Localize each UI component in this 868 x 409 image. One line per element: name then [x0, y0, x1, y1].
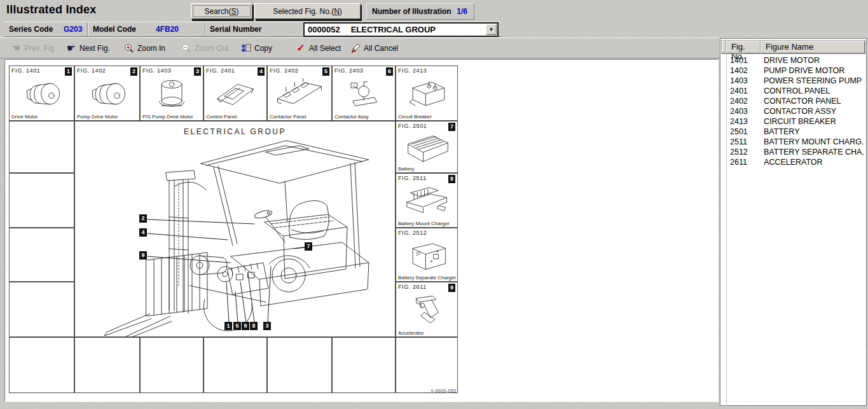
figure-thumbnail-2511[interactable]: FIG. 25118Battery Mount Charger: [396, 173, 458, 228]
search-button-label: Search(: [204, 7, 231, 16]
figure-label: FIG. 2501: [398, 123, 427, 129]
figure-thumbnail-2403[interactable]: FIG. 24036Contactor Assy: [332, 66, 396, 121]
figure-caption: P/S Pump Drive Motor: [142, 114, 193, 120]
figure-thumbnail-2413[interactable]: FIG. 2413Circuit Breaker: [396, 66, 458, 121]
toolbar: ☚Prev. Fig☛Next Fig.Zoom InZoom OutCopy✓…: [0, 38, 720, 59]
group-code: 0000052: [308, 25, 340, 34]
series-code-value: G203: [64, 25, 82, 34]
figure-thumbnail-drawing: [268, 75, 331, 113]
figure-thumbnail-drawing: [333, 75, 395, 113]
divider: [87, 22, 88, 36]
callout-badge: 9: [139, 251, 147, 260]
empty-grid-cell: [267, 337, 332, 393]
illustration-count-value: 1/6: [457, 7, 467, 16]
figure-table-row-2511[interactable]: 2511BATTERY MOUNT CHARG...: [727, 137, 865, 147]
callout-badge: 7: [305, 242, 312, 251]
toolbar-button-next-fig[interactable]: ☛Next Fig.: [65, 42, 110, 55]
figure-caption: Contactor Panel: [270, 114, 306, 120]
figure-name-cell: ACCELERATOR: [764, 158, 865, 167]
figure-thumbnail-2401[interactable]: FIG. 24014Control Panel: [203, 66, 267, 121]
toolbar-button-label: Zoom Out: [195, 44, 228, 53]
figure-table-row-2611[interactable]: 2611ACCELERATOR: [727, 157, 865, 167]
figure-thumbnail-drawing: [10, 75, 74, 113]
figure-label: FIG. 1402: [77, 67, 106, 74]
toolbar-button-all-cancel[interactable]: All Cancel: [350, 42, 398, 55]
illustration-count-box: Number of Illustration 1/6: [366, 3, 474, 20]
figure-name-cell: CONTROL PANEL: [764, 87, 865, 95]
check-icon: ✓: [296, 43, 305, 53]
toolbar-button-all-select[interactable]: ✓All Select: [295, 42, 341, 55]
figure-table-row-1402[interactable]: 1402PUMP DRIVE MOTOR: [727, 66, 865, 76]
serial-number-label: Serial Number: [210, 25, 261, 34]
figure-thumbnail-1401[interactable]: FIG. 14011Drive Motor: [9, 66, 74, 121]
illustration-count-label: Number of Illustration: [372, 7, 451, 16]
group-name: ELECTRICAL GROUP: [351, 25, 436, 34]
model-code-value: 4FB20: [156, 25, 179, 34]
chevron-down-icon[interactable]: ▼: [486, 24, 497, 35]
figure-name-cell: CONTACTOR PANEL: [764, 97, 865, 106]
toolbar-button-prev-fig[interactable]: ☚Prev. Fig: [10, 42, 54, 55]
figure-caption: Battery Separate Charger: [398, 275, 456, 281]
figure-table-row-1401[interactable]: 1401DRIVE MOTOR: [727, 55, 865, 66]
toolbar-button-label: Prev. Fig: [24, 44, 54, 53]
fig-no-cell: 2402: [727, 97, 764, 106]
illustration-group-select[interactable]: 0000052 ELECTRICAL GROUP ▼: [303, 22, 499, 37]
toolbar-button-label: All Select: [309, 44, 341, 53]
figure-name-cell: BATTERY SEPARATE CHA...: [764, 148, 865, 156]
search-button[interactable]: Search(S): [191, 3, 252, 19]
hand-left-icon: ☚: [11, 43, 20, 53]
figure-label: FIG. 2402: [270, 67, 298, 74]
figure-label: FIG. 2512: [398, 230, 427, 236]
callout-badge: 1: [224, 322, 232, 330]
figure-thumbnail-2402[interactable]: FIG. 24025Contactor Panel: [267, 66, 332, 121]
figure-thumbnail-1402[interactable]: FIG. 14022Pump Drive Motor: [74, 66, 140, 121]
selected-fig-no-button[interactable]: Selected Fig. No.(N): [254, 3, 361, 19]
figure-table-row-2403[interactable]: 2403CONTACTOR ASSY: [727, 106, 865, 116]
column-header-figure-name[interactable]: Figure Name: [761, 41, 865, 53]
fig-no-cell: 2403: [727, 107, 764, 116]
figure-name-cell: CONTACTOR ASSY: [764, 107, 865, 116]
forklift-illustration: [75, 121, 396, 338]
figure-caption: Pump Drive Motor: [77, 114, 118, 120]
figure-name-cell: PUMP DRIVE MOTOR: [764, 66, 865, 75]
figure-table-row-2401[interactable]: 2401CONTROL PANEL: [727, 86, 865, 96]
toolbar-button-copy[interactable]: Copy: [240, 42, 272, 55]
figure-table-row-2512[interactable]: 2512BATTERY SEPARATE CHA...: [727, 147, 865, 157]
figure-table-row-2402[interactable]: 2402CONTACTOR PANEL: [727, 96, 865, 106]
empty-grid-cell: [9, 121, 74, 173]
toolbar-button-zoom-out[interactable]: Zoom Out: [181, 42, 228, 55]
figure-table-row-2413[interactable]: 2413CIRCUIT BREAKER: [727, 116, 865, 127]
fig-no-cell: 2413: [727, 117, 764, 126]
callout-badge: 5: [233, 322, 241, 330]
toolbar-button-label: Next Fig.: [79, 44, 110, 53]
figure-label: FIG. 1403: [142, 67, 171, 74]
figure-thumbnail-2611[interactable]: FIG. 26119Accelerator: [396, 282, 458, 337]
figure-thumbnail-1403[interactable]: FIG. 14033P/S Pump Drive Motor: [140, 66, 203, 121]
fig-no-cell: 2501: [727, 127, 764, 136]
figure-thumbnail-drawing: [75, 75, 139, 113]
figure-caption: Control Panel: [206, 114, 237, 120]
callout-badge: 4: [139, 228, 147, 237]
column-header-fig-no[interactable]: Fig. No.: [726, 41, 761, 53]
figure-name-cell: BATTERY: [764, 127, 865, 136]
figure-thumbnail-2512[interactable]: FIG. 2512Battery Separate Charger: [396, 228, 458, 282]
figure-table-row-2501[interactable]: 2501BATTERY: [727, 127, 865, 137]
figure-caption: Battery: [398, 166, 414, 172]
figure-name-cell: DRIVE MOTOR: [764, 56, 865, 65]
copy-icon: [241, 43, 252, 53]
toolbar-button-zoom-in[interactable]: Zoom In: [123, 42, 165, 55]
illustrated-index-window: { "window": { "title": "Illustrated Inde…: [0, 0, 868, 409]
model-code-label: Model Code: [93, 25, 136, 34]
figure-thumbnail-2501[interactable]: FIG. 25017Battery: [396, 121, 458, 173]
selector-column-header: [722, 41, 726, 53]
figure-caption: Drive Motor: [11, 114, 38, 120]
figure-label: FIG. 2511: [398, 175, 427, 181]
figure-thumbnail-drawing: [396, 291, 457, 329]
figure-caption: Accelerator: [398, 330, 424, 336]
figure-table-row-1403[interactable]: 1403POWER STEERING PUMP ...: [727, 76, 865, 86]
fig-no-cell: 2511: [727, 137, 764, 146]
group-title: ELECTRICAL GROUP: [74, 127, 396, 136]
figure-thumbnail-drawing: [141, 75, 203, 113]
divider: [205, 22, 206, 36]
fig-no-cell: 1402: [727, 66, 764, 75]
